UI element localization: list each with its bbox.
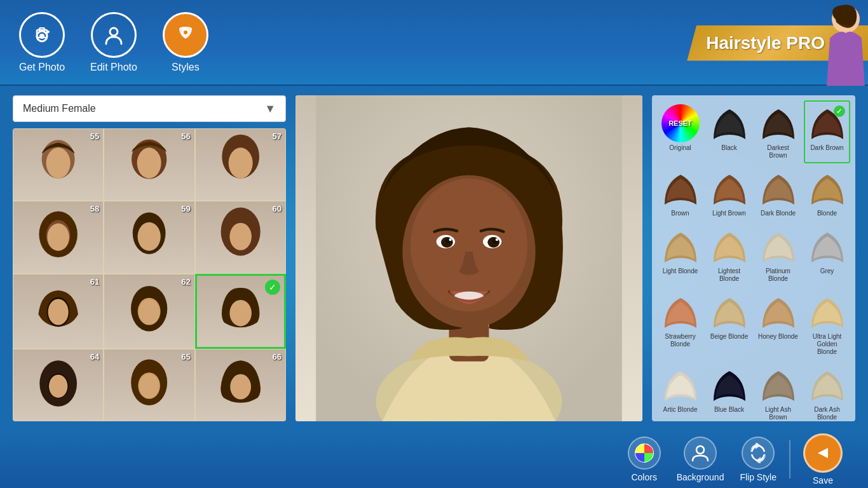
svg-point-36: [230, 374, 251, 400]
blonde-swatch-img: [808, 170, 846, 208]
swatch-dark-ash-blonde[interactable]: Dark Ash Blonde: [804, 362, 850, 425]
swatch-label-blonde: Blonde: [817, 210, 837, 217]
grey-swatch-img: [808, 227, 846, 266]
swatch-label-blue-black: Blue Black: [714, 406, 744, 414]
platinum-blonde-swatch-img: [759, 227, 797, 266]
style-grid: 55 56 57: [13, 128, 286, 421]
swatch-ultra-light-golden-blonde[interactable]: Ultra Light Golden Blonde: [804, 289, 850, 360]
background-button[interactable]: Background: [677, 437, 724, 482]
strawberry-blonde-swatch-img: [661, 293, 700, 331]
ultra-light-golden-blonde-swatch-img: [808, 293, 846, 331]
swatch-honey-blonde[interactable]: Honey Blonde: [755, 289, 801, 360]
swatch-light-blonde[interactable]: Light Blonde: [657, 224, 703, 287]
swatch-platinum-blonde[interactable]: Platinum Blonde: [755, 224, 801, 287]
swatch-label-light-ash-brown: Light Ash Brown: [757, 406, 799, 421]
swatch-black[interactable]: Black: [706, 100, 752, 163]
swatch-label-honey-blonde: Honey Blonde: [758, 333, 798, 341]
swatch-blue-black[interactable]: Blue Black: [706, 362, 752, 425]
swatch-strawberry-blonde[interactable]: Strawberry Blonde: [657, 289, 703, 360]
swatch-label-black: Black: [721, 144, 736, 152]
svg-point-15: [228, 147, 252, 178]
reset-circle: RESET: [661, 104, 700, 142]
light-blonde-swatch-img: [661, 227, 700, 266]
swatch-label-original: Original: [669, 144, 691, 152]
swatch-label-strawberry-blonde: Strawberry Blonde: [660, 333, 701, 348]
beige-blonde-swatch-img: [710, 293, 749, 331]
save-icon: [803, 433, 843, 473]
style-item-61[interactable]: 61: [13, 274, 104, 349]
flip-style-label: Flip Style: [740, 472, 776, 482]
style-item-66[interactable]: 66: [195, 349, 286, 421]
swatch-label-dark-brown: Dark Brown: [810, 144, 843, 152]
swatch-blonde[interactable]: Blonde: [804, 166, 850, 221]
nav-get-photo[interactable]: Get Photo: [19, 12, 65, 73]
swatch-beige-blonde[interactable]: Beige Blonde: [706, 289, 752, 360]
style-item-57[interactable]: 57: [195, 128, 286, 201]
svg-point-21: [139, 224, 160, 250]
swatch-label-light-blonde: Light Blonde: [663, 268, 698, 275]
colors-icon: [628, 437, 661, 470]
main-content: Medium Female ▼ 55: [0, 86, 868, 431]
colors-button[interactable]: Colors: [628, 437, 661, 482]
svg-point-29: [229, 299, 252, 325]
style-item-58[interactable]: 58: [13, 201, 104, 273]
swatch-dark-brown[interactable]: ✓ Dark Brown: [804, 100, 850, 163]
style-item-65[interactable]: 65: [104, 349, 194, 421]
swatch-label-beige-blonde: Beige Blonde: [710, 333, 749, 341]
artic-blonde-swatch-img: [661, 366, 700, 404]
light-ash-brown-swatch-img: [759, 366, 797, 404]
honey-blonde-swatch-img: [759, 293, 797, 331]
style-num-59: 59: [181, 204, 190, 214]
swatch-light-brown[interactable]: Light Brown: [706, 166, 752, 221]
style-category-dropdown[interactable]: Medium Female ▼: [13, 95, 286, 122]
save-button[interactable]: Save: [803, 433, 843, 485]
swatch-label-platinum-blonde: Platinum Blonde: [757, 268, 799, 283]
dark-blonde-swatch-img: [759, 170, 797, 208]
face-svg: [295, 95, 642, 421]
brown-swatch-img: [661, 170, 700, 208]
swatch-light-ash-brown[interactable]: Light Ash Brown: [755, 362, 801, 425]
background-label: Background: [677, 472, 724, 482]
blue-black-swatch-img: [710, 366, 749, 404]
nav-get-photo-label: Get Photo: [19, 62, 65, 73]
style-item-64[interactable]: 64: [13, 349, 104, 421]
center-preview: [295, 95, 642, 421]
chevron-down-icon: ▼: [264, 102, 276, 116]
style-item-56[interactable]: 56: [104, 128, 194, 201]
style-item-55[interactable]: 55: [13, 128, 104, 201]
flip-style-button[interactable]: Flip Style: [740, 437, 776, 482]
style-num-58: 58: [90, 204, 99, 214]
swatch-label-dark-ash-blonde: Dark Ash Blonde: [806, 406, 848, 421]
svg-point-52: [696, 446, 704, 454]
person-icon: [91, 12, 137, 58]
black-swatch-img: [710, 104, 749, 142]
swatch-grey[interactable]: Grey: [804, 224, 850, 287]
nav-styles-label: Styles: [172, 62, 200, 73]
bottom-divider: [789, 440, 790, 478]
light-brown-swatch-img: [710, 170, 749, 208]
style-num-62: 62: [181, 277, 190, 287]
style-item-62[interactable]: 62: [104, 274, 194, 349]
swatch-darkest-brown[interactable]: Darkest Brown: [755, 100, 801, 163]
style-item-59[interactable]: 59: [104, 201, 194, 273]
color-panel: RESET Original Black Darke: [652, 95, 855, 421]
swatch-artic-blonde[interactable]: Artic Blonde: [657, 362, 703, 425]
style-num-60: 60: [273, 204, 281, 214]
nav-styles[interactable]: Styles: [163, 12, 208, 73]
svg-point-11: [46, 147, 71, 178]
swatch-brown[interactable]: Brown: [657, 166, 703, 221]
background-icon: [684, 437, 717, 470]
svg-point-13: [137, 147, 161, 178]
style-item-63[interactable]: ✓: [195, 274, 286, 349]
swatch-lightest-blonde[interactable]: Lightest Blonde: [706, 224, 752, 287]
style-item-60[interactable]: 60: [195, 201, 286, 273]
left-panel: Medium Female ▼ 55: [13, 95, 286, 421]
style-num-64: 64: [90, 352, 99, 362]
selected-check-icon: ✓: [265, 280, 280, 295]
svg-point-48: [449, 238, 452, 241]
swatch-original[interactable]: RESET Original: [657, 100, 703, 163]
swatch-label-grey: Grey: [820, 268, 834, 275]
nav-edit-photo[interactable]: Edit Photo: [90, 12, 137, 73]
swatch-dark-blonde[interactable]: Dark Blonde: [755, 166, 801, 221]
save-label: Save: [813, 475, 833, 485]
